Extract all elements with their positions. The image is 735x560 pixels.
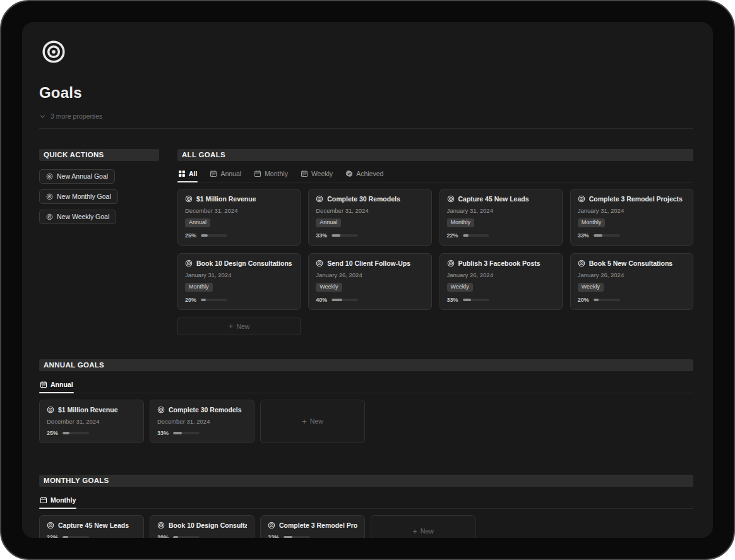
goal-percent: 22% bbox=[447, 232, 458, 239]
target-icon bbox=[46, 173, 53, 180]
calendar-icon bbox=[254, 170, 261, 177]
progress-bar bbox=[201, 299, 227, 301]
goal-title: Book 10 Design Consultations bbox=[169, 521, 247, 529]
goal-type-tag: Weekly bbox=[316, 283, 342, 292]
page-target-icon[interactable] bbox=[41, 39, 66, 64]
tab-all[interactable]: All bbox=[177, 167, 198, 182]
goal-card[interactable]: Capture 45 New Leads January 31, 2024 Mo… bbox=[439, 189, 563, 246]
tab-weekly[interactable]: Weekly bbox=[300, 167, 333, 182]
goal-percent: 33% bbox=[316, 232, 327, 239]
goal-percent: 33% bbox=[157, 430, 169, 436]
new-goal-button[interactable]: + New bbox=[371, 515, 475, 538]
all-goals-column: ALL GOALS All Annual Monthly bbox=[177, 149, 693, 335]
grid-icon bbox=[178, 170, 186, 177]
goal-date: December 31, 2024 bbox=[316, 207, 424, 214]
goal-type-tag: Monthly bbox=[185, 283, 213, 292]
tab-monthly[interactable]: Monthly bbox=[39, 494, 76, 508]
new-goal-button[interactable]: + New bbox=[177, 318, 301, 335]
goal-card[interactable]: Send 10 Client Follow-Ups January 26, 20… bbox=[308, 253, 431, 310]
more-properties-label: 3 more properties bbox=[51, 112, 102, 120]
goal-title: Send 10 Client Follow-Ups bbox=[327, 259, 410, 267]
goal-card[interactable]: Book 10 Design Consultations 20% bbox=[150, 515, 254, 538]
monthly-goals-header: MONTHLY GOALS bbox=[39, 475, 693, 487]
tab-annual[interactable]: Annual bbox=[39, 378, 74, 393]
tab-label: Monthly bbox=[265, 170, 288, 177]
goal-title: Complete 30 Remodels bbox=[327, 195, 400, 203]
target-icon bbox=[578, 259, 585, 267]
new-button-label: New bbox=[421, 527, 434, 535]
goal-title: Complete 3 Remodel Projects bbox=[589, 195, 683, 203]
goal-card[interactable]: $1 Million Revenue December 31, 2024 25% bbox=[39, 400, 144, 443]
plus-icon: + bbox=[302, 417, 307, 426]
new-annual-goal-button[interactable]: New Annual Goal bbox=[39, 169, 115, 184]
tab-achieved[interactable]: Achieved bbox=[345, 167, 384, 182]
tab-label: Achieved bbox=[356, 170, 383, 177]
goal-card[interactable]: Complete 30 Remodels December 31, 2024 3… bbox=[150, 400, 254, 443]
goal-card[interactable]: Book 5 New Consultations January 26, 202… bbox=[570, 253, 693, 310]
goal-type-tag: Monthly bbox=[578, 218, 606, 227]
new-monthly-goal-button[interactable]: New Monthly Goal bbox=[39, 189, 118, 204]
calendar-days-icon bbox=[210, 170, 217, 177]
goal-percent: 20% bbox=[578, 297, 589, 303]
goal-title: Complete 30 Remodels bbox=[169, 406, 242, 414]
target-icon bbox=[157, 406, 165, 414]
goal-date: December 31, 2024 bbox=[185, 207, 293, 214]
new-weekly-goal-button[interactable]: New Weekly Goal bbox=[39, 210, 116, 224]
goal-date: December 31, 2024 bbox=[47, 418, 136, 425]
progress-bar bbox=[63, 432, 89, 434]
tab-label: Annual bbox=[220, 170, 241, 177]
calendar-days-icon bbox=[40, 381, 47, 388]
tab-label: All bbox=[189, 170, 197, 177]
goal-title: Capture 45 New Leads bbox=[58, 521, 129, 529]
progress-bar bbox=[594, 234, 620, 237]
target-icon bbox=[578, 195, 585, 203]
button-label: New Monthly Goal bbox=[57, 193, 111, 200]
goal-percent: 20% bbox=[157, 534, 169, 538]
more-properties-toggle[interactable]: 3 more properties bbox=[39, 112, 102, 120]
goal-card[interactable]: Complete 3 Remodel Projects January 31, … bbox=[570, 189, 693, 246]
goal-type-tag: Monthly bbox=[447, 218, 475, 227]
quick-actions-column: QUICK ACTIONS New Annual Goal New Monthl… bbox=[39, 149, 159, 335]
goal-percent: 33% bbox=[578, 232, 589, 239]
progress-bar bbox=[284, 536, 310, 538]
target-icon bbox=[316, 195, 323, 203]
new-goal-button[interactable]: + New bbox=[260, 400, 365, 443]
badge-check-icon bbox=[345, 170, 353, 177]
target-icon bbox=[447, 195, 455, 203]
goal-card[interactable]: Book 10 Design Consultations January 31,… bbox=[177, 253, 301, 310]
target-icon bbox=[47, 521, 54, 529]
goal-title: Book 5 New Consultations bbox=[589, 259, 672, 267]
goal-title: Publish 3 Facebook Posts bbox=[458, 259, 541, 267]
goal-title: Book 10 Design Consultations bbox=[196, 259, 292, 267]
tab-label: Annual bbox=[51, 381, 73, 388]
page-title: Goals bbox=[39, 84, 693, 102]
all-goals-header: ALL GOALS bbox=[177, 149, 693, 161]
progress-bar bbox=[173, 536, 200, 538]
new-button-label: New bbox=[236, 323, 249, 330]
goal-date: December 31, 2024 bbox=[157, 418, 247, 425]
goal-type-tag: Weekly bbox=[578, 283, 604, 292]
goal-percent: 20% bbox=[185, 297, 196, 303]
goal-type-tag: Annual bbox=[316, 218, 341, 227]
goal-card[interactable]: $1 Million Revenue December 31, 2024 Ann… bbox=[177, 189, 301, 246]
tab-monthly[interactable]: Monthly bbox=[253, 167, 289, 182]
button-label: New Annual Goal bbox=[57, 172, 108, 180]
goal-card[interactable]: Capture 45 New Leads 22% bbox=[39, 515, 144, 538]
progress-bar bbox=[63, 536, 89, 538]
progress-bar bbox=[463, 299, 489, 301]
plus-icon: + bbox=[412, 527, 417, 535]
annual-goals-row: $1 Million Revenue December 31, 2024 25%… bbox=[39, 400, 693, 443]
goal-date: January 31, 2024 bbox=[578, 207, 686, 214]
goal-percent: 40% bbox=[316, 297, 327, 303]
annual-goals-tabs: Annual bbox=[39, 378, 693, 393]
progress-bar bbox=[594, 299, 620, 301]
goal-card[interactable]: Complete 3 Remodel Projects 33% bbox=[260, 515, 365, 538]
target-icon bbox=[268, 521, 275, 529]
goal-percent: 25% bbox=[47, 430, 58, 436]
goal-card[interactable]: Complete 30 Remodels December 31, 2024 A… bbox=[308, 189, 431, 246]
goal-type-tag: Annual bbox=[185, 218, 210, 227]
goal-card[interactable]: Publish 3 Facebook Posts January 26, 202… bbox=[439, 253, 563, 310]
tab-annual[interactable]: Annual bbox=[209, 167, 242, 182]
goal-title: Complete 3 Remodel Projects bbox=[279, 521, 357, 529]
goal-date: January 26, 2024 bbox=[316, 271, 424, 278]
